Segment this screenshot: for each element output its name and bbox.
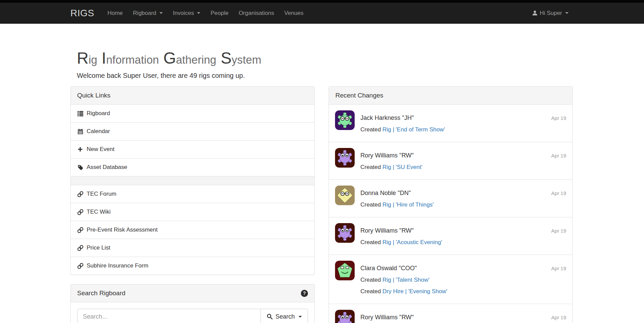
action-prefix: Created bbox=[360, 126, 381, 133]
link-icon bbox=[77, 209, 83, 215]
nav-item-organisations[interactable]: Organisations bbox=[234, 3, 279, 23]
change-link[interactable]: Rig | 'Acoustic Evening' bbox=[382, 239, 442, 245]
quick-link-asset-database[interactable]: Asset Database bbox=[71, 158, 314, 176]
user-menu[interactable]: Hi Super bbox=[527, 3, 574, 23]
title-word: Rig bbox=[77, 54, 97, 66]
title-word: System bbox=[221, 54, 261, 66]
action-prefix: Created bbox=[360, 201, 381, 208]
change-link[interactable]: Dry Hire | 'Evening Show' bbox=[382, 288, 447, 295]
recent-changes-title: Recent Changes bbox=[335, 92, 383, 99]
quick-link-tec-wiki[interactable]: TEC Wiki bbox=[71, 203, 314, 221]
recent-change-row: Jack Harkness "JH"Created Rig | 'End of … bbox=[329, 105, 572, 142]
change-action: Created Rig | 'Talent Show' bbox=[360, 277, 546, 283]
nav-item-invoices[interactable]: Invoices bbox=[168, 3, 205, 23]
change-link[interactable]: Rig | 'Hire of Things' bbox=[382, 201, 434, 208]
nav-item-home[interactable]: Home bbox=[102, 3, 128, 23]
recent-change-row: Donna Noble "DN"Created Rig | 'Hire of T… bbox=[329, 179, 572, 217]
calendar-icon bbox=[77, 129, 83, 134]
change-link[interactable]: Rig | 'SU Event' bbox=[382, 164, 422, 170]
search-icon bbox=[267, 314, 273, 320]
quick-link-calendar[interactable]: Calendar bbox=[71, 122, 314, 140]
page-title: RigInformationGatheringSystem bbox=[77, 50, 574, 66]
search-rigboard-panel: Search Rigboard ? Search bbox=[70, 284, 315, 323]
change-date: Apr 19 bbox=[551, 153, 566, 171]
recent-changes-panel: Recent Changes Jack Harkness "JH"Created… bbox=[329, 86, 573, 323]
gear-monster-avatar bbox=[335, 223, 355, 243]
change-link[interactable]: Rig | 'End of Term Show' bbox=[382, 126, 445, 133]
nav-item-label: Home bbox=[107, 10, 123, 17]
gear-monster-avatar bbox=[335, 148, 355, 168]
quick-link-label: Price List bbox=[87, 244, 110, 251]
nav-item-label: Venues bbox=[284, 10, 304, 17]
change-date: Apr 19 bbox=[551, 265, 566, 295]
quick-link-label: Asset Database bbox=[87, 164, 127, 171]
change-date: Apr 19 bbox=[551, 228, 566, 246]
quick-link-tec-forum[interactable]: TEC Forum bbox=[71, 185, 314, 203]
diamond-monster-avatar bbox=[335, 186, 355, 205]
quick-link-subhire-insurance-form[interactable]: Subhire Insurance Form bbox=[71, 257, 314, 275]
quick-link-label: Calendar bbox=[87, 128, 110, 135]
question-circle-icon[interactable]: ? bbox=[301, 290, 308, 297]
quick-link-rigboard[interactable]: Rigboard bbox=[71, 105, 314, 122]
recent-change-row: Rory Williams "RW"Apr 19 bbox=[329, 304, 572, 323]
person-name: Jack Harkness "JH" bbox=[360, 114, 546, 122]
search-button[interactable]: Search bbox=[261, 309, 308, 323]
nav-item-venues[interactable]: Venues bbox=[279, 3, 309, 23]
nav-item-people[interactable]: People bbox=[205, 3, 234, 23]
action-prefix: Created bbox=[360, 239, 381, 245]
nav-item-label: Organisations bbox=[239, 10, 274, 17]
quick-link-pre-event-risk-assessment[interactable]: Pre-Event Risk Assessment bbox=[71, 221, 314, 239]
gear-monster-avatar bbox=[335, 310, 355, 323]
main-nav: HomeRigboardInvoicesPeopleOrganisationsV… bbox=[102, 3, 308, 23]
plus-icon bbox=[77, 147, 83, 152]
search-input[interactable] bbox=[77, 309, 261, 323]
nav-item-label: Rigboard bbox=[133, 10, 156, 17]
welcome-text: Welcome back Super User, there are 49 ri… bbox=[77, 72, 574, 80]
quick-link-label: New Event bbox=[87, 146, 114, 153]
list-divider bbox=[71, 176, 314, 185]
quick-links-panel: Quick Links RigboardCalendarNew EventAss… bbox=[70, 86, 315, 275]
quick-link-label: TEC Wiki bbox=[87, 209, 111, 215]
quick-link-label: Subhire Insurance Form bbox=[87, 262, 148, 269]
person-name: Clara Oswald "COO" bbox=[360, 264, 546, 272]
caret-down-icon bbox=[298, 316, 302, 318]
user-menu-label: Hi Super bbox=[540, 10, 562, 17]
caret-down-icon bbox=[565, 12, 569, 14]
pentagon-monster-avatar bbox=[335, 261, 355, 280]
change-action: Created Rig | 'End of Term Show' bbox=[360, 126, 546, 133]
brand-link[interactable]: RIGS bbox=[70, 8, 94, 19]
quick-link-price-list[interactable]: Price List bbox=[71, 239, 314, 257]
nav-item-label: Invoices bbox=[173, 10, 194, 17]
change-date: Apr 19 bbox=[551, 190, 566, 208]
caret-down-icon bbox=[159, 12, 163, 14]
th-list-icon bbox=[77, 111, 83, 116]
link-icon bbox=[77, 191, 83, 197]
person-name: Rory Williams "RW" bbox=[360, 313, 546, 321]
navbar: RIGS HomeRigboardInvoicesPeopleOrganisat… bbox=[0, 0, 644, 24]
link-icon bbox=[77, 227, 83, 233]
action-prefix: Created bbox=[360, 288, 381, 295]
title-word: Information bbox=[102, 54, 159, 66]
recent-change-row: Rory Williams "RW"Created Rig | 'SU Even… bbox=[329, 142, 572, 179]
tag-icon bbox=[77, 165, 83, 170]
link-icon bbox=[77, 263, 83, 269]
quick-links-title: Quick Links bbox=[77, 92, 110, 99]
recent-change-row: Rory Williams "RW"Created Rig | 'Acousti… bbox=[329, 217, 572, 255]
title-word: Gathering bbox=[163, 54, 217, 66]
quick-link-new-event[interactable]: New Event bbox=[71, 140, 314, 158]
quick-link-label: Pre-Event Risk Assessment bbox=[87, 227, 158, 233]
change-action: Created Rig | 'Hire of Things' bbox=[360, 201, 546, 208]
nav-item-rigboard[interactable]: Rigboard bbox=[128, 3, 168, 23]
caret-down-icon bbox=[197, 12, 200, 14]
change-link[interactable]: Rig | 'Talent Show' bbox=[382, 277, 429, 283]
user-icon bbox=[532, 10, 538, 16]
action-prefix: Created bbox=[360, 164, 381, 170]
search-rigboard-title: Search Rigboard bbox=[77, 289, 126, 297]
link-icon bbox=[77, 245, 83, 251]
search-button-label: Search bbox=[275, 313, 295, 320]
gear-monster-avatar bbox=[335, 110, 355, 130]
change-date: Apr 19 bbox=[551, 115, 566, 133]
quick-link-label: Rigboard bbox=[87, 110, 110, 117]
person-name: Donna Noble "DN" bbox=[360, 189, 546, 197]
change-action: Created Dry Hire | 'Evening Show' bbox=[360, 288, 546, 295]
